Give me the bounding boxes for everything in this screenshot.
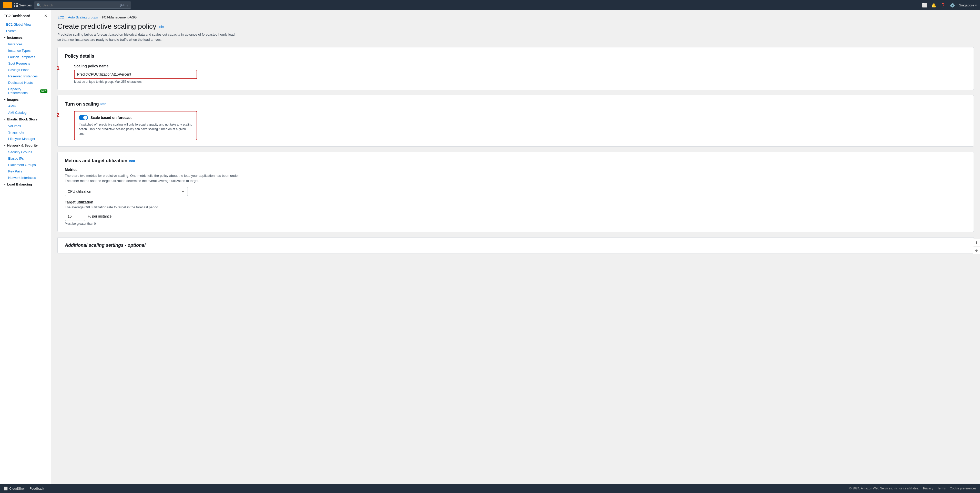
new-badge: New [40,89,48,93]
sidebar-ebs-items: Volumes Snapshots Lifecycle Manager [0,123,51,142]
services-button[interactable]: Services [14,3,32,7]
services-label: Services [19,3,32,7]
scale-box-header: Scale based on forecast [79,115,192,120]
policy-name-hint: Must be unique to this group. Max 255 ch… [74,80,966,84]
right-icon-info[interactable]: ℹ [973,239,980,246]
sidebar-item-network-interfaces[interactable]: Network Interfaces [2,175,51,181]
sidebar-item-reserved-instances[interactable]: Reserved Instances [2,73,51,80]
metrics-title: Metrics and target utilization [65,158,127,164]
bottom-footer: © 2024, Amazon Web Services, Inc. or its… [849,487,977,490]
right-icons: ℹ ⊙ [973,239,980,254]
sidebar-section-instances-label: Instances [7,36,22,40]
sidebar-section-instances[interactable]: ▼ Instances [0,34,51,41]
region-button[interactable]: Singapore ▾ [959,3,977,7]
breadcrumb-sep-2: › [99,16,100,19]
sidebar-item-amis[interactable]: AMIs [2,103,51,110]
turn-on-scaling-card: Turn on scaling Info 2 Scale based on fo… [57,95,974,146]
page-info-link[interactable]: Info [158,25,164,29]
sidebar-item-launch-templates[interactable]: Launch Templates [2,54,51,60]
sidebar: EC2 Dashboard ✕ EC2 Global View Events ▼… [0,10,51,493]
nav-right: ⬜ 🔔 ❓ ⚙️ Singapore ▾ [922,3,977,8]
cloudshell-label: CloudShell [9,487,25,490]
region-label: Singapore ▾ [959,3,977,7]
target-hint: Must be greater than 0. [65,222,966,226]
sidebar-title: EC2 Dashboard [3,14,30,18]
metrics-select[interactable]: CPU utilization Application Load Balance… [65,187,188,196]
policy-name-label: Scaling policy name [74,64,966,68]
sidebar-header: EC2 Dashboard ✕ [0,10,51,21]
turn-on-scaling-title-row: Turn on scaling Info [65,102,966,107]
sidebar-section-ebs-label: Elastic Block Store [7,118,37,121]
sidebar-section-images[interactable]: ▼ Images [0,96,51,103]
aws-logo [3,2,12,8]
policy-name-input[interactable] [74,70,197,79]
search-shortcut: [Alt+S] [120,3,128,7]
policy-details-card: Policy details 1 Scaling policy name Mus… [57,47,974,90]
sidebar-item-dedicated-hosts[interactable]: Dedicated Hosts [2,80,51,86]
target-value-input[interactable] [65,212,85,221]
scale-label: Scale based on forecast [91,116,132,120]
sidebar-item-instance-types[interactable]: Instance Types [2,48,51,54]
metrics-title-row: Metrics and target utilization Info [65,158,966,164]
chevron-down-icon-images: ▼ [3,98,6,101]
percent-label: % per instance [88,214,112,218]
sidebar-images-items: AMIs AMI Catalog [0,103,51,116]
breadcrumb-ec2[interactable]: EC2 [57,15,64,19]
step-2-label: 2 [57,112,59,118]
terminal-icon[interactable]: ⬜ [922,3,927,8]
chevron-down-icon: ▼ [3,36,6,39]
sidebar-network-items: Security Groups Elastic IPs Placement Gr… [0,149,51,181]
sidebar-item-volumes[interactable]: Volumes [2,123,51,129]
search-bar[interactable]: 🔍 [Alt+S] [34,2,131,9]
sidebar-item-savings-plans[interactable]: Savings Plans [2,67,51,73]
search-input[interactable] [43,3,120,7]
page-description: Predictive scaling builds a forecast bas… [57,32,237,42]
cloudshell-button[interactable]: ⬜ CloudShell [3,487,25,490]
sidebar-item-capacity-reservations[interactable]: Capacity Reservations New [2,86,51,96]
main-content: EC2 › Auto Scaling groups › FCJ-Manageme… [51,10,980,493]
sidebar-item-elastic-ips[interactable]: Elastic IPs [2,155,51,162]
bell-icon[interactable]: 🔔 [931,3,936,8]
terms-link[interactable]: Terms [937,487,946,490]
sidebar-item-spot-requests[interactable]: Spot Requests [2,60,51,67]
metrics-description: There are two metrics for predictive sca… [65,173,244,183]
scale-toggle[interactable] [79,115,88,120]
right-icon-settings[interactable]: ⊙ [973,247,980,254]
cookie-link[interactable]: Cookie preferences [950,487,977,490]
page-title-row: Create predictive scaling policy Info [57,22,974,30]
sidebar-item-instances[interactable]: Instances [2,41,51,48]
sidebar-item-placement-groups[interactable]: Placement Groups [2,162,51,168]
scale-box: Scale based on forecast If switched off,… [74,111,197,140]
sidebar-section-network[interactable]: ▼ Network & Security [0,142,51,149]
settings-icon[interactable]: ⚙️ [950,3,955,8]
help-icon[interactable]: ❓ [940,3,946,8]
privacy-link[interactable]: Privacy [923,487,933,490]
target-utilization-desc: The average CPU utilization rate to targ… [65,205,966,209]
additional-settings-title: Additional scaling settings - optional [58,237,974,253]
sidebar-section-ebs[interactable]: ▼ Elastic Block Store [0,116,51,123]
sidebar-item-key-pairs[interactable]: Key Pairs [2,168,51,175]
top-navigation: Services 🔍 [Alt+S] ⬜ 🔔 ❓ ⚙️ Singapore ▾ [0,0,980,10]
sidebar-section-load-balancing[interactable]: ▼ Load Balancing [0,181,51,188]
sidebar-close-button[interactable]: ✕ [44,13,48,18]
chevron-down-icon-network: ▼ [3,144,6,147]
sidebar-item-events[interactable]: Events [0,28,51,34]
metrics-card: Metrics and target utilization Info Metr… [57,152,974,232]
policy-details-title: Policy details [65,54,966,59]
turn-on-scaling-title: Turn on scaling [65,102,99,107]
sidebar-item-ami-catalog[interactable]: AMI Catalog [2,110,51,116]
breadcrumb-auto-scaling[interactable]: Auto Scaling groups [68,15,98,19]
sidebar-item-lifecycle-manager[interactable]: Lifecycle Manager [2,135,51,142]
sidebar-item-snapshots[interactable]: Snapshots [2,129,51,135]
turn-on-scaling-info-link[interactable]: Info [100,102,107,106]
breadcrumb-sep-1: › [65,16,66,19]
scale-description: If switched off, predictive scaling will… [79,122,192,136]
page-title: Create predictive scaling policy [57,22,156,30]
sidebar-item-global-view[interactable]: EC2 Global View [0,21,51,28]
target-utilization-label: Target utilization [65,200,966,204]
feedback-button[interactable]: Feedback [29,487,44,490]
sidebar-section-network-label: Network & Security [7,143,38,147]
metrics-info-link[interactable]: Info [129,159,135,163]
sidebar-item-security-groups[interactable]: Security Groups [2,149,51,155]
sidebar-section-lb-label: Load Balancing [7,183,32,186]
